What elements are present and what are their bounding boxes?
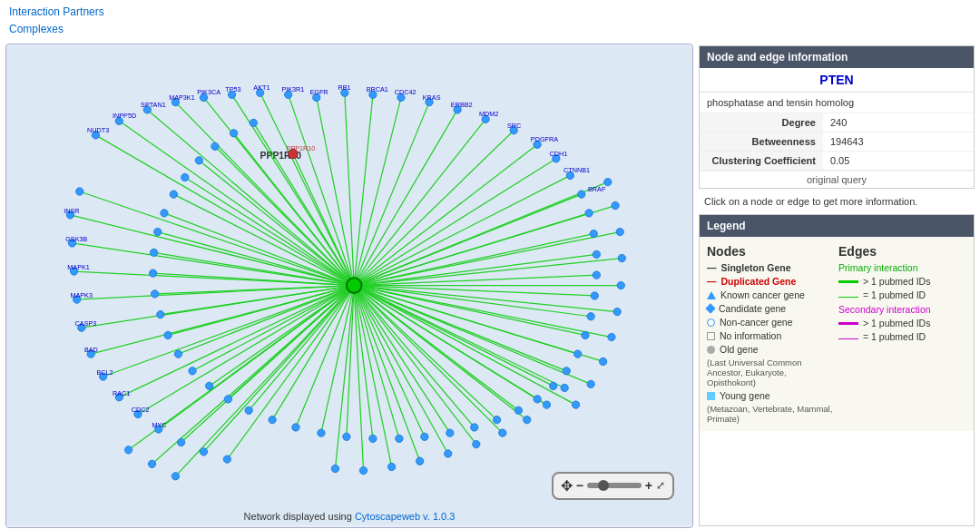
diamond-icon <box>705 304 715 314</box>
svg-point-184 <box>572 401 579 408</box>
betweenness-value: 194643 <box>823 132 974 152</box>
svg-point-152 <box>149 269 156 277</box>
svg-text:TP53: TP53 <box>225 86 240 94</box>
svg-point-155 <box>161 210 168 217</box>
thick-green-line-icon <box>838 280 858 283</box>
zoom-controls[interactable]: ✥ − + ⤢ <box>552 472 674 500</box>
svg-text:SRC: SRC <box>507 122 521 130</box>
svg-text:AKT1: AKT1 <box>253 84 270 93</box>
svg-point-138 <box>396 436 403 443</box>
legend-header: Legend <box>700 215 974 237</box>
right-panel: Node and edge information PTEN phosphata… <box>699 42 980 529</box>
svg-text:INSR: INSR <box>64 207 79 215</box>
svg-text:MDM2: MDM2 <box>479 111 498 119</box>
move-icon: ✥ <box>561 477 573 495</box>
thin-green-line-icon <box>838 297 858 299</box>
svg-point-158 <box>195 157 202 164</box>
svg-point-147 <box>189 367 196 375</box>
network-panel[interactable]: PPP1R10 <box>5 44 693 527</box>
zoom-slider[interactable] <box>587 483 642 488</box>
svg-point-194 <box>473 441 480 448</box>
svg-point-151 <box>151 290 158 298</box>
svg-point-124 <box>593 251 600 259</box>
svg-point-181 <box>608 334 615 341</box>
svg-point-182 <box>599 358 606 366</box>
svg-point-149 <box>164 332 172 339</box>
svg-point-143 <box>269 416 276 424</box>
svg-point-185 <box>76 188 83 195</box>
svg-text:MAP3K1: MAP3K1 <box>169 93 195 102</box>
svg-text:MAPK1: MAPK1 <box>67 263 90 271</box>
clustering-label: Clustering Coefficient <box>700 152 823 171</box>
degree-value: 240 <box>823 113 974 132</box>
svg-point-122 <box>585 210 593 217</box>
svg-point-173 <box>200 448 207 456</box>
betweenness-label: Betweenness <box>700 132 823 152</box>
thick-magenta-line-icon <box>838 322 858 325</box>
svg-point-132 <box>534 396 541 403</box>
svg-point-187 <box>148 461 155 468</box>
legend-edge-thin-magenta: = 1 pubmed ID <box>838 331 966 342</box>
svg-point-123 <box>590 230 597 238</box>
svg-point-195 <box>499 429 506 436</box>
legend-body: Nodes — Singleton Gene — Duplicated Gene <box>700 237 974 431</box>
svg-text:BRCA1: BRCA1 <box>367 86 388 94</box>
original-query-label: original query <box>700 171 974 188</box>
svg-point-148 <box>174 350 181 358</box>
legend-nodes-col: Nodes — Singleton Gene — Duplicated Gene <box>707 244 835 424</box>
legend-item-old: Old gene <box>707 344 835 355</box>
svg-point-178 <box>618 255 625 262</box>
main-container: Interaction Partners Complexes PPP1R10 <box>0 0 980 529</box>
complexes-link[interactable]: Complexes <box>9 21 971 38</box>
zoom-plus[interactable]: + <box>645 478 652 493</box>
legend-section: Legend Nodes — Singleton Gene — <box>699 214 975 525</box>
svg-point-127 <box>587 313 594 320</box>
svg-point-144 <box>245 407 252 415</box>
svg-point-193 <box>445 450 452 457</box>
fullscreen-icon[interactable]: ⤢ <box>656 479 665 492</box>
legend-item-noncancer: Non-cancer gene <box>707 317 835 328</box>
clustering-value: 0.05 <box>823 152 974 171</box>
info-section-header: Node and edge information <box>700 46 974 68</box>
square-icon <box>707 332 715 340</box>
svg-text:BCL2: BCL2 <box>96 368 113 377</box>
svg-point-139 <box>369 436 377 443</box>
legend-primary-label: Primary interaction <box>838 262 966 273</box>
svg-text:EGFR: EGFR <box>310 89 328 97</box>
svg-point-136 <box>446 429 454 436</box>
zoom-minus[interactable]: − <box>576 478 583 493</box>
svg-point-121 <box>578 191 585 198</box>
svg-point-180 <box>613 309 621 316</box>
svg-point-142 <box>292 424 299 431</box>
legend-item-singleton: — Singleton Gene <box>707 262 835 273</box>
svg-text:MAPK3: MAPK3 <box>70 291 93 299</box>
legend-edge-thick-magenta: > 1 pubmed IDs <box>838 318 966 328</box>
cytoscapeweb-link[interactable]: Cytoscapeweb v. 1.0.3 <box>355 511 455 522</box>
svg-text:ERBB2: ERBB2 <box>451 101 473 109</box>
old-gene-note: (Last Universal Common Ancestor, Eukaryo… <box>707 358 835 387</box>
svg-point-196 <box>524 416 531 424</box>
svg-point-161 <box>250 120 257 127</box>
svg-point-145 <box>224 396 231 403</box>
svg-point-135 <box>471 424 478 431</box>
svg-text:CDC42: CDC42 <box>395 89 416 97</box>
svg-text:PIK3R1: PIK3R1 <box>281 86 304 94</box>
svg-point-137 <box>421 434 428 441</box>
gene-name: PTEN <box>700 68 974 93</box>
svg-point-177 <box>616 229 623 236</box>
svg-text:CASP3: CASP3 <box>75 319 97 328</box>
table-row: Degree 240 <box>700 113 974 132</box>
svg-text:RB1: RB1 <box>338 84 351 93</box>
svg-point-160 <box>230 130 237 137</box>
nav-links: Interaction Partners Complexes <box>0 0 980 42</box>
svg-text:MYC: MYC <box>152 421 167 429</box>
svg-point-129 <box>574 350 582 358</box>
legend-item-candidate: Candidate gene <box>707 303 835 314</box>
interaction-partners-link[interactable]: Interaction Partners <box>9 4 971 21</box>
table-row: Clustering Coefficient 0.05 <box>700 152 974 171</box>
nodes-header: Nodes <box>707 244 835 259</box>
young-square-icon <box>707 392 715 400</box>
svg-text:INPP5D: INPP5D <box>113 113 136 121</box>
svg-point-197 <box>543 401 550 408</box>
svg-point-159 <box>211 143 219 151</box>
